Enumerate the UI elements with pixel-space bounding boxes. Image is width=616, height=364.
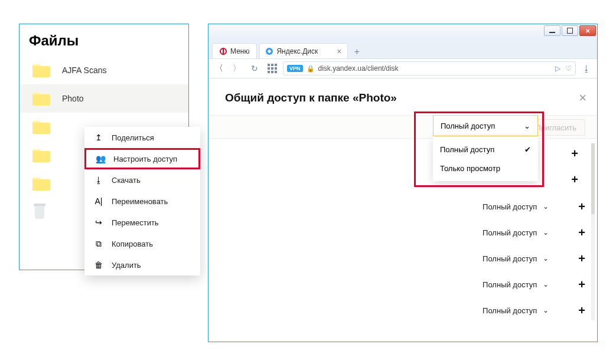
- scrollbar[interactable]: [591, 143, 595, 320]
- access-row: Полный доступ ⌄ +: [225, 274, 585, 294]
- access-label: Полный доступ: [483, 254, 537, 263]
- speed-dial-button[interactable]: [265, 61, 279, 76]
- window-titlebar: [208, 24, 597, 41]
- reload-button[interactable]: ↻: [247, 61, 262, 76]
- menu-item-move[interactable]: ↪ Переместить: [84, 212, 200, 233]
- menu-item-share[interactable]: ↥ Поделиться: [84, 127, 200, 148]
- menu-item-configure-access[interactable]: 👥 Настроить доступ: [84, 148, 200, 169]
- address-bar: 〈 〉 ↻ VPN 🔒 disk.yandex.ua/client/disk ▷…: [208, 58, 597, 78]
- folder-icon: [32, 63, 50, 77]
- url-actions: ▷ ♡: [555, 64, 572, 73]
- permission-current: Полный доступ: [441, 122, 495, 130]
- menu-item-rename[interactable]: A| Переименовать: [84, 191, 200, 212]
- folder-row[interactable]: AJFA Scans: [19, 56, 188, 84]
- maximize-button[interactable]: [562, 25, 578, 36]
- invite-row: Пригласить: [208, 115, 597, 139]
- permission-menu: Полный доступ ✔ Только просмотр: [433, 136, 538, 181]
- permission-dropdown[interactable]: Полный доступ ⌄ Полный доступ ✔ Только п…: [433, 115, 538, 181]
- download-icon: ⭳: [94, 175, 103, 185]
- chevron-down-icon: ⌄: [524, 122, 530, 130]
- url-input[interactable]: VPN 🔒 disk.yandex.ua/client/disk ▷ ♡: [283, 61, 576, 76]
- folder-icon: [32, 148, 50, 162]
- menu-item-copy[interactable]: ⧉ Копировать: [84, 233, 200, 254]
- menu-label: Поделиться: [112, 133, 154, 142]
- folder-icon: [32, 176, 50, 191]
- permission-trigger[interactable]: Полный доступ ⌄: [433, 115, 538, 136]
- forward-button[interactable]: 〉: [230, 61, 244, 76]
- heart-icon[interactable]: ♡: [565, 64, 572, 73]
- opera-menu-button[interactable]: Меню: [212, 43, 257, 58]
- files-title: Файлы: [19, 24, 188, 56]
- share-dialog: Общий доступ к папке «Photo» × Пригласит…: [208, 78, 597, 342]
- copy-icon: ⧉: [94, 239, 103, 248]
- url-text: disk.yandex.ua/client/disk: [318, 64, 399, 73]
- downloads-button[interactable]: ⭳: [579, 61, 594, 76]
- browser-tab[interactable]: Яндекс.Диск ×: [259, 43, 348, 58]
- access-label: Полный доступ: [483, 228, 537, 237]
- vpn-badge[interactable]: VPN: [287, 65, 303, 72]
- access-label: Полный доступ: [483, 306, 537, 315]
- browser-window: Меню Яндекс.Диск × + 〈 〉 ↻ VPN 🔒 disk.ya…: [208, 24, 598, 342]
- share-icon: ↥: [94, 133, 103, 142]
- chevron-down-icon[interactable]: ⌄: [543, 280, 549, 288]
- back-button[interactable]: 〈: [212, 61, 226, 76]
- tab-title: Яндекс.Диск: [276, 47, 318, 55]
- scroll-thumb[interactable]: [591, 143, 595, 214]
- menu-label: Скачать: [112, 176, 141, 185]
- add-user-button[interactable]: +: [571, 143, 578, 163]
- folder-label: AJFA Scans: [62, 65, 106, 75]
- yandex-disk-icon: [266, 48, 273, 55]
- access-label: Полный доступ: [483, 280, 537, 289]
- add-user-button[interactable]: +: [578, 226, 585, 240]
- chevron-down-icon[interactable]: ⌄: [543, 306, 549, 314]
- menu-label: Меню: [230, 47, 249, 55]
- tab-bar: Меню Яндекс.Диск × +: [208, 41, 597, 58]
- check-icon: ✔: [524, 145, 531, 154]
- users-rows: Полный доступ ⌄ + Полный доступ ⌄ + Полн…: [225, 196, 585, 320]
- users-icon: 👥: [96, 154, 105, 163]
- rename-icon: A|: [94, 196, 103, 206]
- delete-icon: 🗑: [94, 260, 103, 270]
- new-tab-button[interactable]: +: [350, 45, 363, 58]
- close-button[interactable]: [579, 25, 596, 36]
- opera-icon: [220, 48, 227, 55]
- permission-option-full[interactable]: Полный доступ ✔: [433, 140, 538, 159]
- speed-dial-icon: [268, 64, 277, 73]
- dialog-close-button[interactable]: ×: [579, 90, 586, 106]
- permission-option-readonly[interactable]: Только просмотр: [433, 159, 538, 178]
- invite-label: Пригласить: [535, 123, 576, 132]
- send-icon[interactable]: ▷: [555, 64, 560, 73]
- folder-label: Photo: [62, 94, 84, 103]
- chevron-down-icon[interactable]: ⌄: [543, 202, 549, 211]
- add-user-button[interactable]: +: [571, 169, 578, 189]
- add-user-button[interactable]: +: [578, 200, 585, 214]
- add-user-button[interactable]: +: [578, 304, 585, 317]
- chevron-down-icon[interactable]: ⌄: [543, 254, 549, 263]
- plus-column: + +: [571, 143, 578, 189]
- access-row: Полный доступ ⌄ +: [225, 196, 585, 217]
- access-row: Полный доступ ⌄ +: [225, 248, 585, 268]
- chevron-down-icon[interactable]: ⌄: [543, 228, 549, 237]
- tab-close-icon[interactable]: ×: [337, 47, 341, 56]
- menu-label: Копировать: [112, 240, 153, 248]
- move-icon: ↪: [94, 218, 103, 227]
- trash-icon: [32, 204, 47, 220]
- page-content: Общий доступ к папке «Photo» × Пригласит…: [208, 78, 597, 342]
- folder-row[interactable]: Photo: [19, 84, 188, 113]
- menu-item-delete[interactable]: 🗑 Удалить: [84, 254, 200, 276]
- add-user-button[interactable]: +: [578, 252, 585, 265]
- folder-icon: [32, 120, 50, 134]
- context-menu: ↥ Поделиться 👥 Настроить доступ ⭳ Скачат…: [84, 127, 200, 276]
- minimize-button[interactable]: [544, 25, 560, 36]
- menu-label: Настроить доступ: [113, 155, 177, 163]
- option-label: Только просмотр: [440, 164, 500, 173]
- dialog-title: Общий доступ к папке «Photo»: [225, 91, 581, 104]
- menu-label: Удалить: [112, 261, 141, 270]
- menu-label: Переименовать: [112, 197, 168, 206]
- access-row: Полный доступ ⌄ +: [225, 300, 585, 320]
- menu-item-download[interactable]: ⭳ Скачать: [84, 169, 200, 191]
- access-row: Полный доступ ⌄ +: [225, 222, 585, 242]
- add-user-button[interactable]: +: [578, 278, 585, 291]
- folder-icon: [32, 91, 50, 106]
- files-panel: Файлы AJFA Scans Photo ↥ Поделиться 👥 На…: [19, 24, 189, 270]
